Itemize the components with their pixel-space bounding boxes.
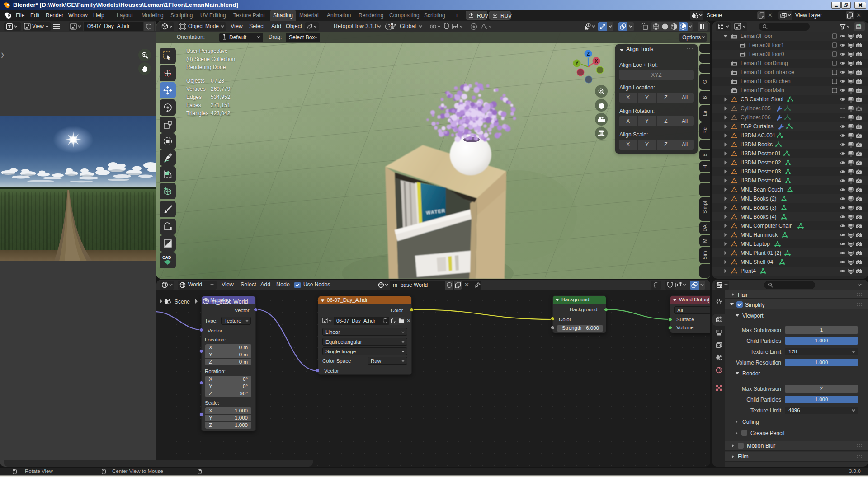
svg-text:Z: Z <box>587 51 590 56</box>
svg-text:CAD: CAD <box>162 255 171 260</box>
svg-text:X: X <box>595 59 598 64</box>
svg-text:Y: Y <box>576 61 579 66</box>
